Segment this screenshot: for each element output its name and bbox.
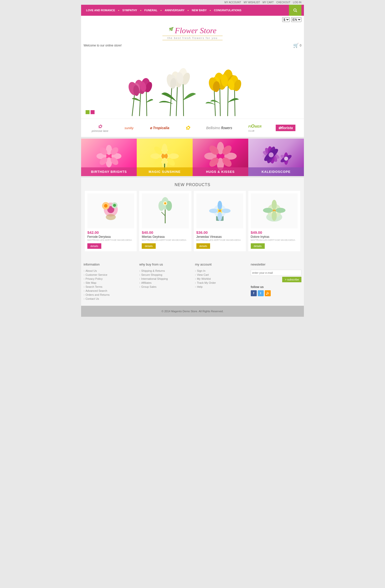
svg-line-18 bbox=[183, 82, 184, 116]
category-grid: BIRTHDAY BRIGHTS MAGIC SUNSHINE bbox=[81, 139, 304, 176]
svg-point-95 bbox=[164, 202, 166, 204]
search-icon bbox=[293, 8, 297, 12]
product-card-2: $40.00 Miertas Geytrasa MAYTRASA LES KER… bbox=[139, 191, 191, 251]
logo[interactable]: 🌿 Flower Store bbox=[81, 26, 304, 35]
product-sub-4: MAYTRASA LES KERTYASE MIASEASEDA bbox=[251, 239, 298, 241]
footer-link-advanced-search[interactable]: Advanced Search bbox=[84, 289, 134, 293]
follow-us: follow us f t bbox=[251, 285, 301, 296]
details-button-3[interactable]: details bbox=[196, 243, 210, 249]
svg-point-103 bbox=[218, 212, 222, 221]
footer-link-wishlist[interactable]: My Wishlist bbox=[195, 277, 246, 281]
svg-point-101 bbox=[222, 209, 231, 213]
footer-information-title: information bbox=[84, 263, 134, 266]
my-account-link[interactable]: MY ACCOUNT bbox=[225, 1, 241, 4]
svg-line-25 bbox=[220, 87, 220, 116]
footer-link-international[interactable]: International Shipping bbox=[139, 277, 190, 281]
svg-point-81 bbox=[284, 157, 288, 161]
brand-tropicalia[interactable]: ✿ Tropicalia bbox=[148, 125, 171, 131]
product-flower-svg-3 bbox=[205, 196, 235, 226]
my-wishlist-link[interactable]: MY WISHLIST bbox=[244, 1, 260, 4]
nav-bar: LOVE AND ROMANCE ● SYMPATHY ● FUNERAL ● … bbox=[81, 5, 304, 16]
my-cart-link[interactable]: MY CART bbox=[262, 1, 273, 4]
footer-link-view-cart[interactable]: View Cart bbox=[195, 273, 246, 277]
social-icons: f t bbox=[251, 290, 301, 296]
rss-feed-icon bbox=[266, 292, 269, 295]
footer-link-about[interactable]: About Us bbox=[84, 269, 134, 273]
subscribe-button[interactable]: > subscribe bbox=[282, 277, 301, 282]
footer-link-privacy[interactable]: Privacy Policy bbox=[84, 277, 134, 281]
brands-bar: ✿ primrose lane sunlily ✿ Tropicalia ✿ B… bbox=[81, 119, 304, 137]
footer-link-secure-shopping[interactable]: Secure Shopping bbox=[139, 273, 190, 277]
footer-link-search-terms[interactable]: Search Terms bbox=[84, 285, 134, 289]
svg-point-77 bbox=[268, 152, 273, 157]
brand-bellisimo[interactable]: Bellisimo flowers bbox=[204, 125, 234, 131]
products-grid: $42.00 Ferrode Derytasa MAYTRASA LES KER… bbox=[81, 190, 304, 258]
svg-point-110 bbox=[272, 200, 277, 210]
category-magic-sunshine[interactable]: MAGIC SUNSHINE bbox=[137, 139, 192, 176]
footer-link-customer-service[interactable]: Customer Service bbox=[84, 273, 134, 277]
footer-link-contact[interactable]: Contact Us bbox=[84, 297, 134, 301]
footer-link-track-order[interactable]: Track My Order bbox=[195, 281, 246, 285]
product-price-1: $42.00 bbox=[87, 230, 134, 235]
product-name-2: Miertas Geytrasa bbox=[142, 235, 189, 239]
nav-love-romance[interactable]: LOVE AND ROMANCE bbox=[84, 5, 118, 15]
category-birthday-brights[interactable]: BIRTHDAY BRIGHTS bbox=[81, 139, 137, 176]
rss-icon[interactable] bbox=[265, 290, 271, 296]
footer-link-orders[interactable]: Orders and Returns bbox=[84, 293, 134, 297]
product-name-3: Jerwedas Vtreasas bbox=[196, 235, 243, 239]
search-button[interactable] bbox=[289, 5, 301, 16]
svg-line-1 bbox=[296, 11, 297, 12]
facebook-icon[interactable]: f bbox=[251, 290, 257, 296]
product-card-3: $36.00 Jerwedas Vtreasas MAYTRASA LES KE… bbox=[194, 191, 246, 251]
footer-link-affiliates[interactable]: Affiliates bbox=[139, 281, 190, 285]
product-name-1: Ferrode Derytasa bbox=[87, 235, 134, 239]
hero-prev-button[interactable] bbox=[86, 110, 90, 114]
nav-dot-4: ● bbox=[188, 9, 189, 11]
category-kaleidoscope[interactable]: KALEIDOSCOPE bbox=[248, 139, 304, 176]
footer-why-buy-title: why buy from us bbox=[139, 263, 190, 266]
nav-funeral[interactable]: FUNERAL bbox=[142, 5, 160, 15]
logo-tagline: the best fresh flowers for you bbox=[162, 36, 223, 40]
hero-navigation bbox=[86, 110, 95, 114]
brand-florista[interactable]: ✿florista bbox=[276, 125, 295, 131]
nav-dot-5: ● bbox=[210, 9, 211, 11]
footer-link-sitemap[interactable]: Site Map bbox=[84, 281, 134, 285]
brand-flower4[interactable]: ✿ bbox=[183, 124, 192, 132]
details-button-1[interactable]: details bbox=[87, 243, 101, 249]
footer-link-shipping[interactable]: Shipping & Returns bbox=[139, 269, 190, 273]
product-sub-3: MAYTRASA LES KERTYASE MIASEASEDA bbox=[196, 239, 243, 241]
hero-image-container bbox=[83, 52, 302, 117]
details-button-2[interactable]: details bbox=[142, 243, 156, 249]
cart-widget[interactable]: 🛒 0 bbox=[293, 43, 301, 48]
footer-link-group-sales[interactable]: Group Sales bbox=[139, 285, 190, 289]
newsletter-email-input[interactable] bbox=[251, 270, 301, 276]
nav-congratulations[interactable]: CONGRATULATIONS bbox=[211, 5, 244, 15]
cart-count: 0 bbox=[300, 44, 301, 47]
nav-sympathy[interactable]: SYMPATHY bbox=[120, 5, 140, 15]
checkout-link[interactable]: CHECKOUT bbox=[276, 1, 290, 4]
welcome-message: Welcome to our online store! bbox=[84, 44, 122, 47]
footer-link-help[interactable]: Help bbox=[195, 285, 246, 289]
category-hugs-kisses[interactable]: HUGS & KISSES bbox=[193, 139, 248, 176]
footer-link-sign-in[interactable]: Sign In bbox=[195, 269, 246, 273]
product-name-4: Dolore Inytras bbox=[251, 235, 298, 239]
brand-primrose[interactable]: ✿ primrose lane bbox=[90, 122, 110, 133]
svg-point-111 bbox=[272, 211, 277, 221]
footer-my-account-title: my account bbox=[195, 263, 246, 266]
details-button-4[interactable]: details bbox=[251, 243, 265, 249]
brand-sunlily[interactable]: sunlily bbox=[123, 125, 135, 131]
twitter-icon[interactable]: t bbox=[258, 290, 264, 296]
log-in-link[interactable]: LOG IN bbox=[293, 1, 301, 4]
nav-new-baby[interactable]: NEW BABY bbox=[189, 5, 209, 15]
category-kaleidoscope-label: KALEIDOSCOPE bbox=[248, 167, 304, 176]
svg-line-33 bbox=[235, 89, 235, 116]
hero-next-button[interactable] bbox=[91, 110, 95, 114]
language-select[interactable]: EN bbox=[291, 17, 301, 22]
brand-flower-club[interactable]: FlOWERCLUB bbox=[246, 123, 263, 133]
nav-dot-3: ● bbox=[160, 9, 162, 11]
currency-select[interactable]: $ bbox=[282, 17, 290, 22]
product-price-2: $40.00 bbox=[142, 230, 189, 235]
product-image-1 bbox=[87, 193, 134, 228]
nav-anniversary[interactable]: ANNIVERSARY bbox=[162, 5, 187, 15]
product-image-3 bbox=[196, 193, 243, 228]
